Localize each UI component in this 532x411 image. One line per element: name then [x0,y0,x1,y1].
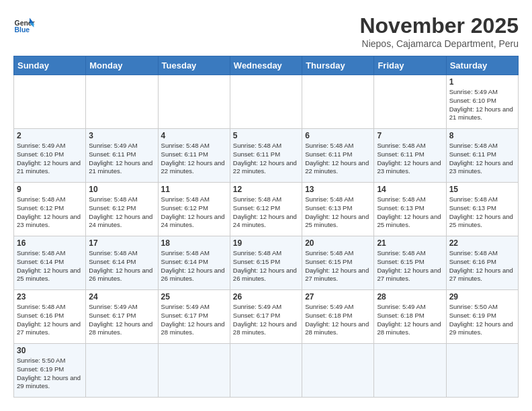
day-number: 14 [377,185,443,194]
day-number: 3 [89,131,154,140]
logo: General Blue [13,13,35,35]
table-row: 13Sunrise: 5:48 AM Sunset: 6:13 PM Dayli… [302,183,374,236]
day-info: Sunrise: 5:48 AM Sunset: 6:13 PM Dayligh… [449,195,515,230]
day-info: Sunrise: 5:48 AM Sunset: 6:11 PM Dayligh… [161,142,227,176]
day-info: Sunrise: 5:49 AM Sunset: 6:10 PM Dayligh… [449,88,515,122]
table-row [86,75,158,129]
calendar-week-row: 2Sunrise: 5:49 AM Sunset: 6:10 PM Daylig… [14,129,519,183]
day-info: Sunrise: 5:48 AM Sunset: 6:16 PM Dayligh… [17,303,83,337]
day-number: 24 [89,292,154,302]
day-number: 4 [161,131,227,140]
day-info: Sunrise: 5:48 AM Sunset: 6:12 PM Dayligh… [161,195,227,230]
day-info: Sunrise: 5:50 AM Sunset: 6:19 PM Dayligh… [449,303,515,337]
day-number: 10 [89,185,154,194]
svg-text:Blue: Blue [15,26,30,34]
day-number: 7 [377,131,443,140]
col-tuesday: Tuesday [158,56,230,75]
col-sunday: Sunday [14,56,86,75]
day-number: 30 [17,346,83,355]
table-row [230,75,302,129]
day-number: 11 [161,185,227,194]
day-number: 23 [17,292,83,302]
day-info: Sunrise: 5:49 AM Sunset: 6:17 PM Dayligh… [89,303,154,337]
day-number: 8 [449,131,515,140]
table-row: 3Sunrise: 5:49 AM Sunset: 6:11 PM Daylig… [86,129,158,183]
day-info: Sunrise: 5:48 AM Sunset: 6:14 PM Dayligh… [161,249,227,283]
table-row: 29Sunrise: 5:50 AM Sunset: 6:19 PM Dayli… [446,290,518,344]
table-row [446,344,518,398]
day-number: 13 [305,185,371,194]
col-thursday: Thursday [302,56,374,75]
table-row [158,75,230,129]
day-info: Sunrise: 5:49 AM Sunset: 6:10 PM Dayligh… [17,142,83,176]
location-subtitle: Niepos, Cajamarca Department, Peru [359,38,519,49]
day-number: 17 [89,238,154,248]
col-monday: Monday [86,56,158,75]
table-row: 6Sunrise: 5:48 AM Sunset: 6:11 PM Daylig… [302,129,374,183]
table-row [230,344,302,398]
day-info: Sunrise: 5:49 AM Sunset: 6:17 PM Dayligh… [233,303,299,337]
day-info: Sunrise: 5:48 AM Sunset: 6:12 PM Dayligh… [89,195,154,230]
day-info: Sunrise: 5:48 AM Sunset: 6:15 PM Dayligh… [233,249,299,283]
table-row: 8Sunrise: 5:48 AM Sunset: 6:11 PM Daylig… [446,129,518,183]
table-row [302,344,374,398]
table-row: 10Sunrise: 5:48 AM Sunset: 6:12 PM Dayli… [86,183,158,236]
table-row: 19Sunrise: 5:48 AM Sunset: 6:15 PM Dayli… [230,236,302,290]
day-info: Sunrise: 5:50 AM Sunset: 6:19 PM Dayligh… [17,357,83,391]
table-row: 1Sunrise: 5:49 AM Sunset: 6:10 PM Daylig… [446,75,518,129]
table-row: 26Sunrise: 5:49 AM Sunset: 6:17 PM Dayli… [230,290,302,344]
logo-icon: General Blue [13,13,35,35]
table-row: 22Sunrise: 5:48 AM Sunset: 6:16 PM Dayli… [446,236,518,290]
day-info: Sunrise: 5:48 AM Sunset: 6:14 PM Dayligh… [17,249,83,283]
calendar-week-row: 9Sunrise: 5:48 AM Sunset: 6:12 PM Daylig… [14,183,519,236]
table-row: 24Sunrise: 5:49 AM Sunset: 6:17 PM Dayli… [86,290,158,344]
table-row: 25Sunrise: 5:49 AM Sunset: 6:17 PM Dayli… [158,290,230,344]
title-section: November 2025 Niepos, Cajamarca Departme… [359,13,519,49]
day-number: 29 [449,292,515,302]
table-row: 7Sunrise: 5:48 AM Sunset: 6:11 PM Daylig… [374,129,446,183]
table-row: 30Sunrise: 5:50 AM Sunset: 6:19 PM Dayli… [14,344,86,398]
day-number: 18 [161,238,227,248]
calendar-table: Sunday Monday Tuesday Wednesday Thursday… [13,56,519,398]
table-row [302,75,374,129]
day-info: Sunrise: 5:48 AM Sunset: 6:15 PM Dayligh… [377,249,443,283]
table-row: 2Sunrise: 5:49 AM Sunset: 6:10 PM Daylig… [14,129,86,183]
table-row [374,344,446,398]
day-info: Sunrise: 5:48 AM Sunset: 6:13 PM Dayligh… [377,195,443,230]
day-number: 6 [305,131,371,140]
col-friday: Friday [374,56,446,75]
table-row [14,75,86,129]
day-info: Sunrise: 5:49 AM Sunset: 6:17 PM Dayligh… [161,303,227,337]
calendar-week-row: 23Sunrise: 5:48 AM Sunset: 6:16 PM Dayli… [14,290,519,344]
month-title: November 2025 [359,13,519,38]
table-row: 12Sunrise: 5:48 AM Sunset: 6:12 PM Dayli… [230,183,302,236]
day-number: 21 [377,238,443,248]
calendar-body: 1Sunrise: 5:49 AM Sunset: 6:10 PM Daylig… [14,75,519,398]
table-row: 11Sunrise: 5:48 AM Sunset: 6:12 PM Dayli… [158,183,230,236]
page-header: General Blue November 2025 Niepos, Cajam… [13,13,519,49]
day-info: Sunrise: 5:49 AM Sunset: 6:18 PM Dayligh… [305,303,371,337]
day-info: Sunrise: 5:48 AM Sunset: 6:12 PM Dayligh… [17,195,83,230]
day-number: 19 [233,238,299,248]
day-number: 9 [17,185,83,194]
day-info: Sunrise: 5:48 AM Sunset: 6:12 PM Dayligh… [233,195,299,230]
table-row: 18Sunrise: 5:48 AM Sunset: 6:14 PM Dayli… [158,236,230,290]
day-number: 1 [449,77,515,87]
table-row [86,344,158,398]
day-info: Sunrise: 5:48 AM Sunset: 6:11 PM Dayligh… [377,142,443,176]
day-number: 16 [17,238,83,248]
table-row: 14Sunrise: 5:48 AM Sunset: 6:13 PM Dayli… [374,183,446,236]
day-number: 26 [233,292,299,302]
day-info: Sunrise: 5:49 AM Sunset: 6:11 PM Dayligh… [89,142,154,176]
table-row: 28Sunrise: 5:49 AM Sunset: 6:18 PM Dayli… [374,290,446,344]
calendar-week-row: 16Sunrise: 5:48 AM Sunset: 6:14 PM Dayli… [14,236,519,290]
calendar-week-row: 30Sunrise: 5:50 AM Sunset: 6:19 PM Dayli… [14,344,519,398]
table-row: 21Sunrise: 5:48 AM Sunset: 6:15 PM Dayli… [374,236,446,290]
table-row: 15Sunrise: 5:48 AM Sunset: 6:13 PM Dayli… [446,183,518,236]
header-row: Sunday Monday Tuesday Wednesday Thursday… [14,56,519,75]
day-info: Sunrise: 5:49 AM Sunset: 6:18 PM Dayligh… [377,303,443,337]
day-number: 12 [233,185,299,194]
day-number: 15 [449,185,515,194]
day-info: Sunrise: 5:48 AM Sunset: 6:11 PM Dayligh… [233,142,299,176]
day-info: Sunrise: 5:48 AM Sunset: 6:15 PM Dayligh… [305,249,371,283]
